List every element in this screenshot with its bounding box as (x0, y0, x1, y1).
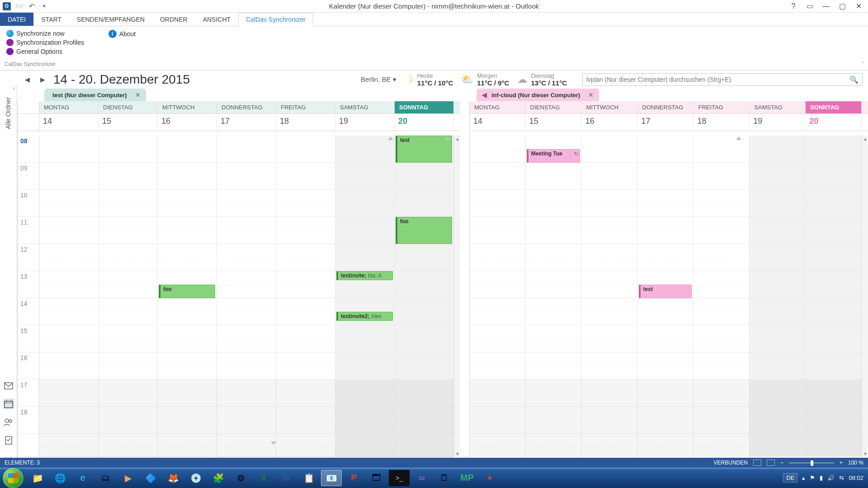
taskbar-outlook-icon[interactable]: 📧 (321, 470, 342, 486)
date-cell[interactable]: 19 (335, 114, 395, 131)
calendar-tab-inf-cloud[interactable]: ◀ inf-cloud (Nur dieser Computer) ✕ (476, 89, 599, 101)
date-cell[interactable]: 17 (217, 114, 276, 131)
taskbar-app-icon[interactable]: 🔷 (140, 470, 161, 486)
tab-send-receive[interactable]: SENDEN/EMPFANGEN (69, 13, 152, 26)
tab-view[interactable]: ANSICHT (195, 13, 238, 26)
nav-people-icon[interactable] (4, 417, 14, 427)
taskbar-media-icon[interactable]: ▶ (118, 470, 138, 486)
view-normal-icon[interactable] (753, 460, 761, 466)
date-cell[interactable]: 18 (693, 114, 750, 131)
next-appointment-icon[interactable] (271, 441, 276, 445)
prev-appointment-icon[interactable] (388, 136, 393, 140)
taskbar-app-icon[interactable]: ✶ (479, 470, 500, 486)
taskbar-app-icon[interactable]: 🗔 (366, 470, 387, 486)
tray-flag-icon[interactable]: ⚑ (810, 474, 815, 481)
tab-start[interactable]: START (33, 13, 69, 26)
about-button[interactable]: i About (107, 29, 138, 39)
tab-caldav-synchronizer[interactable]: CalDav Synchronizer (238, 13, 313, 26)
close-tab-inf-cloud-icon[interactable]: ✕ (588, 91, 594, 99)
calendar-event[interactable]: foo (396, 217, 452, 244)
date-cell[interactable]: 19 (750, 114, 806, 131)
nav-mail-icon[interactable] (4, 381, 14, 391)
taskbar-app-icon[interactable]: MP (457, 470, 477, 486)
taskbar-firefox-icon[interactable]: 🦊 (163, 470, 184, 486)
expand-folder-pane-icon[interactable]: › (13, 84, 15, 92)
collapse-ribbon-icon[interactable]: ˆ (862, 61, 864, 68)
scroll-up-icon[interactable]: ▲ (862, 136, 868, 142)
date-cell[interactable]: 17 (638, 114, 694, 131)
tray-battery-icon[interactable]: ▮ (820, 474, 823, 481)
nav-calendar-icon[interactable] (4, 399, 14, 409)
tab-folder[interactable]: ORDNER (152, 13, 195, 26)
date-cell-today[interactable]: 20 (395, 114, 454, 131)
tray-up-icon[interactable]: ▴ (802, 474, 805, 481)
close-tab-test-icon[interactable]: ✕ (135, 91, 141, 99)
calendar-event[interactable]: testinvite; bla; A (336, 271, 393, 280)
weather-location[interactable]: Berlin, BE ▾ (361, 75, 396, 84)
minimize-icon[interactable]: — (818, 1, 834, 11)
time-grid-left[interactable]: 0809101112131415161718 testfoofootestinv… (18, 136, 460, 457)
zoom-slider[interactable] (789, 462, 834, 464)
scroll-down-icon[interactable]: ▼ (862, 450, 868, 457)
start-button[interactable] (3, 468, 24, 488)
tab-file[interactable]: DATEI (0, 13, 33, 26)
taskbar-ie-icon[interactable]: e (72, 470, 93, 486)
taskbar-word-icon[interactable]: W (276, 470, 297, 486)
next-week-button[interactable]: ▶ (38, 75, 47, 84)
time-grid-right[interactable]: Meeting Tuetest ▲ ▼ (470, 136, 868, 457)
calendar-event[interactable]: testinvite2; Alex (336, 312, 393, 321)
close-icon[interactable]: ✕ (851, 1, 866, 11)
calendar-event[interactable]: foo (159, 285, 215, 298)
date-cell[interactable]: 16 (582, 114, 638, 131)
taskbar-app-icon[interactable]: 🧩 (208, 470, 229, 486)
date-cell[interactable]: 14 (470, 114, 526, 131)
taskbar-visualstudio-icon[interactable]: ∞ (411, 470, 432, 486)
tray-clock[interactable]: 08:02 (849, 474, 863, 481)
folder-pane-label[interactable]: Alle Ordner (5, 97, 12, 129)
search-icon[interactable]: 🔍 (849, 75, 859, 84)
scrollbar[interactable]: ▲ ▼ (454, 136, 460, 457)
undo-icon[interactable]: ↶ (27, 2, 36, 11)
taskbar-app-icon[interactable]: 🗒 (434, 470, 455, 486)
taskbar-chrome-icon[interactable]: 🌐 (50, 470, 71, 486)
maximize-icon[interactable]: ▢ (835, 1, 850, 11)
language-indicator[interactable]: DE (783, 473, 797, 483)
calendar-tab-test[interactable]: test (Nur dieser Computer) ✕ (44, 89, 146, 101)
nav-tasks-icon[interactable] (4, 435, 14, 445)
taskbar-app-icon[interactable]: 💿 (185, 470, 206, 486)
taskbar-cmd-icon[interactable]: >_ (389, 470, 410, 486)
zoom-out-icon[interactable]: − (780, 460, 783, 466)
date-cell[interactable]: 15 (99, 114, 158, 131)
prev-week-button[interactable]: ◀ (23, 75, 32, 84)
general-options-button[interactable]: General Options (5, 47, 86, 56)
date-cell-today[interactable]: 20 (806, 114, 862, 131)
taskbar-explorer-icon[interactable]: 📁 (27, 470, 48, 486)
scroll-up-icon[interactable]: ▲ (454, 136, 460, 142)
qat-send-receive-icon[interactable]: 📨 (14, 2, 24, 11)
synchronization-profiles-button[interactable]: Synchronization Profiles (5, 38, 86, 47)
overlay-arrow-icon[interactable]: ◀ (482, 91, 487, 99)
calendar-event[interactable]: Meeting Tue (527, 149, 580, 163)
taskbar-folder-icon[interactable]: 🗂 (95, 470, 116, 486)
zoom-in-icon[interactable]: + (840, 460, 843, 466)
help-icon[interactable]: ? (786, 1, 801, 11)
taskbar-excel-icon[interactable]: X (253, 470, 274, 486)
taskbar-powerpoint-icon[interactable]: P (344, 470, 364, 486)
prev-appointment-icon[interactable] (736, 136, 741, 140)
calendar-event[interactable]: test (639, 285, 692, 298)
tray-network-icon[interactable]: ⇆ (839, 474, 844, 481)
taskbar-app-icon[interactable]: 📋 (298, 470, 319, 486)
scroll-down-icon[interactable]: ▼ (454, 450, 460, 457)
date-cell[interactable]: 14 (39, 114, 99, 131)
view-reading-icon[interactable] (767, 460, 775, 466)
date-cell[interactable]: 15 (526, 114, 582, 131)
search-box[interactable]: 🔍 (582, 73, 863, 86)
tray-volume-icon[interactable]: 🔊 (827, 474, 835, 481)
date-cell[interactable]: 16 (158, 114, 217, 131)
search-input[interactable] (586, 76, 849, 83)
qat-customize-icon[interactable]: ▾ (40, 2, 49, 11)
scrollbar[interactable]: ▲ ▼ (862, 136, 868, 457)
calendar-event[interactable]: test (396, 136, 452, 163)
synchronize-now-button[interactable]: Synchronize now (5, 29, 86, 38)
date-cell[interactable]: 18 (276, 114, 335, 131)
